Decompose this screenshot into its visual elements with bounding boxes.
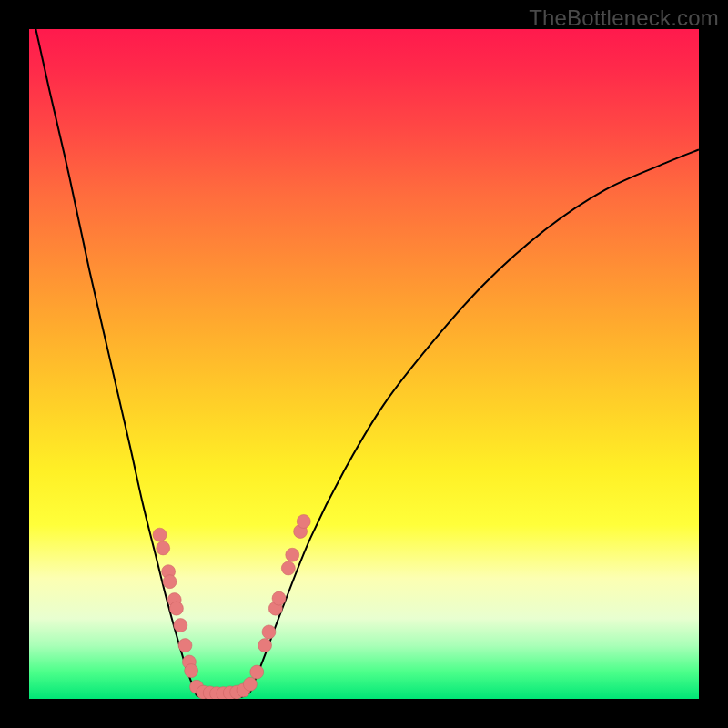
data-marker [250, 665, 264, 679]
data-marker [243, 677, 257, 691]
data-marker [272, 592, 286, 605]
data-marker [163, 575, 177, 589]
data-marker [169, 602, 183, 615]
data-marker [262, 625, 276, 639]
marker-group [153, 514, 310, 699]
curve-right-branch [250, 149, 699, 692]
data-marker [297, 514, 310, 528]
data-marker [258, 639, 272, 652]
plot-area [29, 29, 699, 699]
data-marker [174, 619, 187, 632]
data-marker [157, 541, 170, 555]
data-marker [178, 639, 192, 652]
data-marker [286, 548, 299, 561]
data-marker [153, 528, 167, 541]
chart-svg [29, 29, 699, 699]
watermark-text: TheBottleneck.com [529, 5, 719, 31]
chart-frame: TheBottleneck.com [0, 0, 728, 728]
data-marker [185, 664, 198, 678]
data-marker [281, 561, 295, 575]
